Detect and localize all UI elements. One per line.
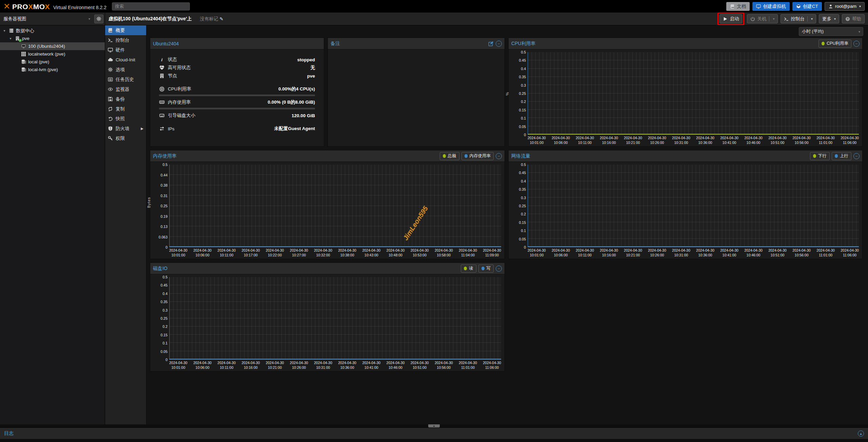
plot-area	[528, 165, 859, 247]
status-row: 节点pve	[159, 72, 315, 80]
notes-panel-header: 备注 −	[328, 38, 505, 49]
legend-toggle[interactable]: 下行	[810, 152, 830, 160]
chart-collapse-icon[interactable]: −	[496, 153, 502, 159]
chart-header: 磁盘IO读写−	[150, 263, 505, 274]
vm-icon	[21, 44, 26, 49]
status-panel-title: Ubuntu2404	[153, 41, 179, 46]
gear-icon	[108, 67, 113, 72]
y-axis-unit-label: Bytes	[147, 197, 151, 208]
resource-tree: ▾数据中心▾✓pve100 (Ubuntu2404)localnetwork (…	[0, 25, 105, 73]
main-area: 服务器视图 ▾ ▾数据中心▾✓pve100 (Ubuntu2404)localn…	[0, 13, 868, 424]
shield-icon	[108, 126, 113, 131]
notes-edit-icon[interactable]	[488, 41, 494, 46]
tree-item[interactable]: ▾✓pve	[0, 35, 105, 42]
caret-right-icon: ▶	[141, 127, 143, 130]
chevron-down-icon: ▾	[811, 17, 813, 21]
legend-toggle[interactable]: 读	[461, 265, 476, 273]
legend-toggle[interactable]: 总额	[440, 152, 459, 160]
legend-toggle[interactable]: 内存使用率	[461, 152, 494, 160]
menu-item[interactable]: 选项	[105, 65, 146, 75]
menu-item[interactable]: 备份	[105, 94, 146, 104]
x-tick-label: 2024-04-3010:56:00	[792, 136, 811, 146]
cube-icon	[796, 4, 801, 9]
menu-item[interactable]: 快照	[105, 114, 146, 124]
x-tick-label: 2024-04-3010:36:00	[696, 136, 714, 146]
menu-item[interactable]: 防火墙▶	[105, 124, 146, 133]
tree-item[interactable]: local (pve)	[0, 58, 105, 66]
status-row: IPs未配置Guest Agent	[159, 125, 315, 133]
terminal-icon	[108, 38, 113, 43]
user-menu-button[interactable]: root@pam▾	[825, 2, 865, 11]
help-button[interactable]: ?帮助	[842, 14, 865, 23]
disk-io-chart-panel: 磁盘IO读写−00.050.10.150.20.250.30.350.40.45…	[150, 262, 505, 372]
page-title: 虚拟机100 (Ubuntu2404)在节点'pve'上	[108, 16, 192, 22]
x-tick-label: 2024-04-3010:31:00	[314, 361, 332, 371]
x-tick-label: 2024-04-3010:48:00	[387, 248, 405, 258]
network-icon	[21, 51, 26, 57]
legend-toggle[interactable]: CPU利用率	[818, 40, 851, 48]
timeframe-selector[interactable]: 小时 (平均) ▾	[799, 27, 863, 36]
eye-icon	[108, 87, 113, 92]
log-collapse-icon[interactable]: ▴	[858, 430, 864, 437]
content-area: 小时 (平均) ▾ Ubuntu2404 i状态stopped高可用状态无节点p…	[146, 25, 868, 424]
menu-item[interactable]: 任务历史	[105, 75, 146, 84]
tree-item[interactable]: local-lvm (pve)	[0, 66, 105, 73]
y-axis-unit-label: %	[505, 92, 509, 96]
x-tick-label: 2024-04-3011:01:00	[816, 136, 835, 146]
tree-item[interactable]: ▾数据中心	[0, 27, 105, 35]
create-ct-button[interactable]: 创建CT	[792, 2, 822, 11]
splitter-handle[interactable]: ▲	[428, 424, 440, 427]
monitor-icon	[756, 4, 761, 9]
chart-collapse-icon[interactable]: −	[853, 41, 860, 47]
menu-item[interactable]: 复制	[105, 104, 146, 114]
svg-text:i: i	[161, 57, 163, 62]
menu-item[interactable]: 硬件	[105, 45, 146, 55]
x-tick-label: 2024-04-3010:56:00	[435, 361, 453, 371]
docs-button[interactable]: 文档	[726, 2, 750, 11]
y-axis: Bytes00.0630.130.190.250.310.380.440.5	[151, 165, 169, 258]
series-line	[170, 359, 501, 359]
y-axis: 00.050.10.150.20.250.30.350.40.450.5	[151, 277, 169, 371]
chart-collapse-icon[interactable]: −	[496, 266, 502, 272]
create-vm-button[interactable]: 创建虚拟机	[752, 2, 790, 11]
caret-down-icon[interactable]: ▾	[8, 37, 13, 40]
menu-item[interactable]: 概要	[105, 25, 146, 35]
menu-item[interactable]: 监视器	[105, 84, 146, 94]
tree-item[interactable]: 100 (Ubuntu2404)	[0, 42, 105, 50]
notes-collapse-icon[interactable]: −	[496, 41, 502, 47]
legend-toggle[interactable]: 写	[478, 265, 494, 273]
tree-item[interactable]: localnetwork (pve)	[0, 50, 105, 58]
caret-down-icon[interactable]: ▾	[2, 29, 7, 33]
vm-title-bar: 虚拟机100 (Ubuntu2404)在节点'pve'上 没有标记 ✎ 启动关机…	[105, 13, 868, 25]
chart-collapse-icon[interactable]: −	[853, 153, 860, 159]
console-button[interactable]: 控制台▾	[781, 14, 816, 23]
content-row: 概要控制台硬件Cloud-Init选项任务历史监视器备份复制快照防火墙▶权限 小…	[105, 25, 868, 424]
x-tick-label: 2024-04-3010:16:00	[600, 136, 618, 146]
x-tick-label: 2024-04-3010:01:00	[169, 361, 188, 371]
legend-toggle[interactable]: 上行	[832, 152, 851, 160]
power-icon	[750, 17, 755, 21]
tags-editor[interactable]: 没有标记 ✎	[200, 16, 223, 22]
series-line	[170, 246, 501, 247]
tree-settings-button[interactable]	[94, 15, 103, 23]
chevron-down-icon: ▾	[834, 17, 836, 21]
log-splitter: ▲	[0, 424, 868, 427]
list-icon	[108, 77, 113, 82]
chart-title: CPU利用率	[511, 41, 536, 47]
series-dot-icon	[813, 154, 816, 158]
log-panel-title: 日志	[4, 430, 14, 437]
x-tick-label: 2024-04-3010:38:00	[338, 248, 356, 258]
monitor-icon	[108, 47, 113, 52]
user-icon	[828, 4, 833, 9]
shutdown-button[interactable]: 关机▾	[747, 14, 778, 23]
x-tick-label: 2024-04-3010:21:00	[624, 248, 642, 258]
menu-item[interactable]: 权限	[105, 133, 146, 143]
x-tick-label: 2024-04-3010:26:00	[290, 361, 308, 371]
menu-item[interactable]: 控制台	[105, 35, 146, 45]
x-axis: 2024-04-3010:01:002024-04-3010:06:002024…	[528, 135, 859, 146]
view-selector[interactable]: 服务器视图 ▾	[3, 15, 92, 23]
search-input[interactable]	[112, 2, 190, 10]
start-button[interactable]: 启动	[719, 14, 742, 23]
menu-item[interactable]: Cloud-Init	[105, 55, 146, 65]
more-button[interactable]: 更多▾	[819, 14, 839, 23]
